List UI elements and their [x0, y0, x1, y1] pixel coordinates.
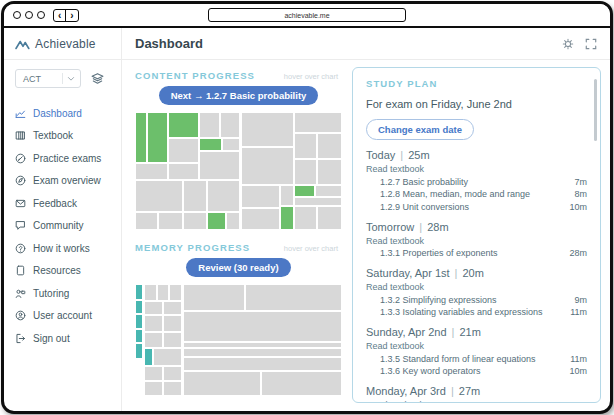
treemap-cell[interactable] [163, 381, 182, 396]
treemap-cell[interactable] [207, 180, 239, 212]
treemap-cell[interactable] [183, 311, 342, 342]
course-select[interactable]: ACT [15, 69, 81, 88]
treemap-cell[interactable] [241, 208, 280, 230]
treemap-cell[interactable] [163, 332, 182, 348]
sidebar-item-how-it-works[interactable]: How it works [15, 237, 121, 260]
sidebar-item-tutoring[interactable]: Tutoring [15, 282, 121, 305]
back-button[interactable]: ‹ [54, 10, 65, 21]
treemap-cell[interactable] [135, 329, 143, 344]
treemap-cell[interactable] [153, 348, 182, 366]
treemap-cell[interactable] [135, 112, 147, 163]
window-maximize-button[interactable] [37, 11, 45, 19]
study-task[interactable]: 1.2.9 Unit conversions 10m [366, 202, 587, 212]
treemap-cell[interactable] [163, 315, 182, 332]
treemap-cell[interactable] [135, 343, 143, 359]
treemap-cell[interactable] [158, 212, 183, 230]
sidebar-item-sign-out[interactable]: Sign out [15, 327, 121, 350]
treemap-cell[interactable] [294, 133, 317, 159]
treemap-cell[interactable] [135, 300, 143, 315]
treemap-cell[interactable] [294, 112, 342, 133]
treemap-cell[interactable] [183, 180, 208, 212]
treemap-cell[interactable] [183, 348, 342, 357]
content-progress-treemap [135, 112, 342, 230]
treemap-cell[interactable] [169, 284, 181, 301]
study-task[interactable]: 1.2.7 Basic probability 7m [366, 177, 587, 187]
treemap-cell[interactable] [222, 138, 240, 151]
sidebar-item-feedback[interactable]: Feedback [15, 192, 121, 215]
treemap-cell[interactable] [294, 185, 315, 197]
study-task[interactable]: 1.3.2 Simplifying expressions 9m [366, 295, 587, 305]
brand-logo[interactable]: Achievable [4, 28, 122, 59]
treemap-cell[interactable] [144, 381, 163, 396]
forward-button[interactable]: › [65, 10, 77, 21]
treemap-cell[interactable] [135, 163, 168, 181]
treemap-cell[interactable] [144, 301, 163, 316]
sidebar-item-resources[interactable]: Resources [15, 260, 121, 283]
task-name: 1.2.9 Unit conversions [380, 202, 569, 212]
treemap-cell[interactable] [135, 212, 158, 230]
treemap-cell[interactable] [226, 212, 239, 230]
next-lesson-button[interactable]: Next → 1.2.7 Basic probability [159, 86, 319, 105]
treemap-cell[interactable] [280, 206, 294, 230]
treemap-cell[interactable] [168, 163, 199, 181]
study-task[interactable]: 1.3.6 Key word operators 10m [366, 366, 587, 376]
treemap-cell[interactable] [144, 332, 163, 348]
treemap-cell[interactable] [168, 112, 199, 138]
treemap-cell[interactable] [241, 185, 280, 207]
treemap-cell[interactable] [207, 212, 226, 230]
treemap-cell[interactable] [199, 151, 239, 181]
change-exam-date-button[interactable]: Change exam date [366, 119, 474, 140]
url-bar[interactable]: achievable.me [208, 8, 406, 22]
treemap-cell[interactable] [144, 348, 152, 366]
treemap-cell[interactable] [317, 133, 342, 159]
treemap-cell[interactable] [183, 357, 342, 372]
treemap-cell[interactable] [241, 112, 295, 147]
treemap-cell[interactable] [163, 366, 182, 382]
treemap-cell[interactable] [317, 159, 342, 185]
treemap-cell[interactable] [294, 159, 317, 185]
fullscreen-icon[interactable] [585, 38, 597, 50]
treemap-cell[interactable] [220, 112, 240, 138]
sidebar-item-textbook[interactable]: Textbook [15, 125, 121, 148]
treemap-cell[interactable] [144, 366, 163, 382]
treemap-cell[interactable] [144, 284, 156, 301]
treemap-cell[interactable] [199, 112, 220, 138]
treemap-cell[interactable] [294, 197, 342, 206]
treemap-cell[interactable] [157, 284, 169, 301]
treemap-cell[interactable] [135, 180, 183, 212]
treemap-cell[interactable] [317, 206, 342, 230]
settings-icon[interactable] [562, 38, 574, 50]
treemap-cell[interactable] [168, 138, 199, 163]
window-minimize-button[interactable] [25, 11, 33, 19]
scrollbar-thumb[interactable] [594, 79, 597, 141]
sidebar-item-user-account[interactable]: User account [15, 305, 121, 328]
treemap-cell[interactable] [315, 185, 342, 197]
review-button[interactable]: Review (30 ready) [186, 258, 290, 277]
sidebar-item-exam-overview[interactable]: Exam overview [15, 170, 121, 193]
treemap-cell[interactable] [245, 284, 342, 311]
study-task[interactable]: 1.2.8 Mean, median, mode and range 8m [366, 189, 587, 199]
treemap-cell[interactable] [280, 185, 294, 206]
study-task[interactable]: 1.3.1 Properties of exponents 28m [366, 248, 587, 258]
treemap-cell[interactable] [135, 284, 143, 300]
memory-progress-hint: hover over chart [284, 244, 338, 253]
study-plan-panel: STUDY PLAN For exam on Friday, June 2nd … [352, 67, 601, 403]
sidebar-item-community[interactable]: Community [15, 215, 121, 238]
sidebar-item-dashboard[interactable]: Dashboard [15, 102, 121, 125]
treemap-cell[interactable] [294, 206, 317, 230]
treemap-cell[interactable] [199, 138, 222, 151]
window-close-button[interactable] [13, 11, 21, 19]
treemap-cell[interactable] [183, 371, 262, 396]
treemap-cell[interactable] [261, 371, 342, 396]
treemap-cell[interactable] [183, 284, 245, 311]
sidebar-item-practice-exams[interactable]: Practice exams [15, 147, 121, 170]
study-task[interactable]: 1.3.5 Standard form of linear equations … [366, 354, 587, 364]
treemap-cell[interactable] [163, 301, 182, 316]
layers-icon[interactable] [91, 72, 104, 85]
study-task[interactable]: 1.3.3 Isolating variables and expression… [366, 307, 587, 317]
treemap-cell[interactable] [241, 147, 295, 185]
treemap-cell[interactable] [183, 212, 208, 230]
treemap-cell[interactable] [144, 315, 163, 332]
treemap-cell[interactable] [135, 314, 143, 329]
treemap-cell[interactable] [147, 112, 168, 163]
